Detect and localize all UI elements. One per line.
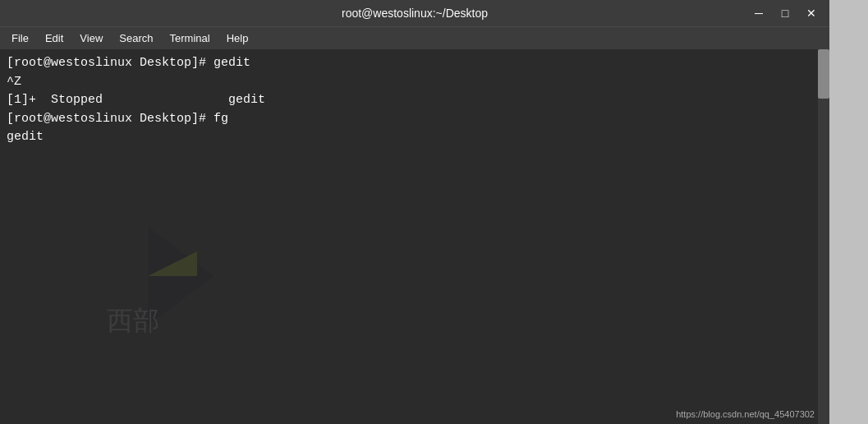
terminal-window: root@westoslinux:~/Desktop ─ □ ✕ File Ed… bbox=[0, 0, 829, 424]
maximize-button[interactable]: □ bbox=[774, 4, 797, 22]
menu-help[interactable]: Help bbox=[218, 30, 257, 46]
scrollbar[interactable] bbox=[818, 49, 829, 424]
terminal-body[interactable]: [root@westoslinux Desktop]# gedit ^Z [1]… bbox=[0, 49, 829, 424]
menu-search[interactable]: Search bbox=[111, 30, 161, 46]
menu-terminal[interactable]: Terminal bbox=[162, 30, 218, 46]
window-controls: ─ □ ✕ bbox=[747, 4, 823, 22]
terminal-line-1: [root@westoslinux Desktop]# gedit bbox=[7, 54, 823, 73]
terminal-line-3: [1]+ Stopped gedit bbox=[7, 91, 823, 110]
scrollbar-thumb[interactable] bbox=[818, 49, 829, 99]
menubar: File Edit View Search Terminal Help bbox=[0, 26, 829, 49]
terminal-line-4: [root@westoslinux Desktop]# fg bbox=[7, 110, 823, 129]
svg-text:西部: 西部 bbox=[107, 306, 159, 335]
menu-view[interactable]: View bbox=[71, 30, 111, 46]
url-label: https://blog.csdn.net/qq_45407302 bbox=[676, 408, 815, 422]
menu-edit[interactable]: Edit bbox=[37, 30, 71, 46]
minimize-button[interactable]: ─ bbox=[747, 4, 770, 22]
sidebar-area bbox=[829, 0, 868, 424]
titlebar: root@westoslinux:~/Desktop ─ □ ✕ bbox=[0, 0, 829, 26]
menu-file[interactable]: File bbox=[3, 30, 37, 46]
terminal-line-5: gedit bbox=[7, 128, 823, 147]
window-title: root@westoslinux:~/Desktop bbox=[342, 7, 488, 20]
watermark: 西部 bbox=[99, 210, 263, 375]
close-button[interactable]: ✕ bbox=[800, 4, 823, 22]
terminal-line-2: ^Z bbox=[7, 73, 823, 92]
